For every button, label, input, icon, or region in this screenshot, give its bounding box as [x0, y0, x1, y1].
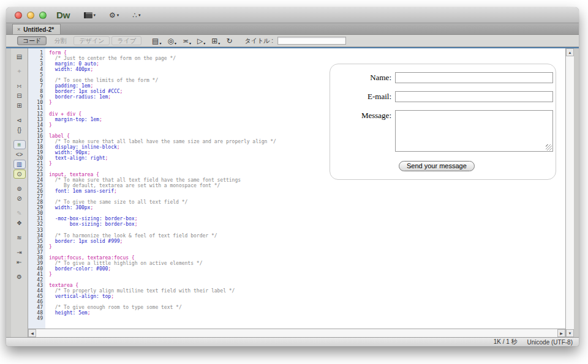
code-line[interactable]: textarea {: [49, 283, 565, 288]
code-line[interactable]: [49, 228, 565, 233]
line-number: 47: [28, 305, 43, 310]
highlight-invalid-code-icon[interactable]: <>: [13, 150, 26, 159]
code-line[interactable]: [49, 277, 565, 283]
visual-aids-icon[interactable]: ⊞▾: [211, 37, 220, 45]
code-line[interactable]: /* Just to center the form on the page *…: [49, 56, 565, 61]
code-line[interactable]: [49, 250, 565, 255]
scroll-right-button[interactable]: ▶: [557, 329, 565, 337]
code-view-button[interactable]: コード: [17, 36, 47, 45]
code-line[interactable]: By default, textarea are set with a mono…: [49, 183, 565, 188]
scroll-up-button[interactable]: ▲: [566, 48, 574, 56]
message-textarea[interactable]: [395, 110, 553, 152]
send-message-button[interactable]: Send your message: [399, 161, 475, 171]
vertical-scrollbar[interactable]: ▲ ▼: [565, 48, 574, 337]
remove-comment-icon[interactable]: ⊘: [13, 194, 26, 203]
close-window-button[interactable]: [15, 12, 22, 19]
close-tab-icon[interactable]: ×: [17, 26, 20, 32]
outdent-code-icon[interactable]: ⇤: [13, 258, 26, 267]
line-number: 7: [28, 83, 43, 89]
balance-braces-icon[interactable]: {}: [13, 125, 26, 135]
split-view-button[interactable]: 分割: [48, 36, 72, 45]
syntax-error-alerts-icon[interactable]: ⊙: [13, 169, 26, 179]
select-parent-tag-icon[interactable]: ⊲: [13, 116, 26, 125]
line-numbers-icon[interactable]: ≡: [13, 140, 26, 149]
workspace-switcher-button[interactable]: ▾: [84, 12, 96, 18]
line-number: 22: [28, 166, 43, 172]
expand-all-icon[interactable]: ⊞: [13, 101, 26, 110]
line-number: 36: [28, 244, 43, 250]
code-line[interactable]: [49, 299, 565, 305]
code-line[interactable]: }: [49, 244, 565, 250]
code-line[interactable]: width: 300px;: [49, 205, 565, 210]
code-line[interactable]: }: [49, 272, 565, 277]
line-number: 13: [28, 117, 43, 122]
line-number: 28: [28, 199, 43, 205]
preview-in-browser-icon[interactable]: ◎▾: [167, 37, 176, 45]
line-number: 3: [28, 61, 43, 67]
collapse-selection-icon[interactable]: ⊟: [13, 91, 26, 100]
sites-icon: ∴: [132, 11, 137, 20]
open-documents-icon[interactable]: ▤: [13, 52, 26, 61]
line-number: 5: [28, 72, 43, 78]
collapse-full-tag-icon[interactable]: ∺: [13, 81, 26, 91]
name-input[interactable]: [395, 72, 553, 83]
code-line[interactable]: input:focus, textarea:focus {: [49, 255, 565, 261]
line-number: 19: [28, 150, 43, 155]
live-view-button[interactable]: ライブ: [111, 36, 141, 45]
refresh-icon[interactable]: ↻: [226, 37, 233, 45]
format-source-code-icon[interactable]: ⚙: [13, 272, 26, 281]
form-row-name: Name:: [340, 72, 546, 83]
code-line[interactable]: height: 5em;: [49, 310, 565, 316]
info-bar-icon[interactable]: ▥: [13, 160, 26, 169]
code-line[interactable]: border-color: #000;: [49, 266, 565, 272]
code-line[interactable]: /* To give the same size to all text fie…: [49, 199, 565, 205]
live-view-options-icon[interactable]: ▷▾: [197, 37, 205, 45]
code-line[interactable]: font: 1em sans-serif;: [49, 188, 565, 194]
chevron-down-icon: ▾: [94, 13, 96, 18]
code-editor[interactable]: 1234567891011121314151617181920212223242…: [28, 48, 565, 329]
design-view-button[interactable]: デザイン: [74, 36, 110, 45]
site-menu-button[interactable]: ∴ ▾: [132, 11, 140, 20]
recent-snippets-icon[interactable]: ❖: [13, 218, 26, 228]
code-line[interactable]: [49, 194, 565, 199]
code-line[interactable]: [49, 210, 565, 216]
editor-column: 1234567891011121314151617181920212223242…: [28, 48, 565, 337]
code-line[interactable]: /* To properly align multiline text fiel…: [49, 288, 565, 294]
wrap-tag-icon: ✎: [13, 209, 26, 218]
status-bar: 1K / 1 秒 Unicode (UTF-8): [6, 337, 579, 346]
scroll-down-button[interactable]: ▼: [566, 329, 574, 337]
line-number: 14: [28, 122, 43, 128]
line-number: 34: [28, 233, 43, 239]
line-number: 40: [28, 266, 43, 272]
line-number: 39: [28, 261, 43, 266]
code-line[interactable]: form {: [49, 50, 565, 56]
code-line[interactable]: border: 1px solid #999;: [49, 239, 565, 244]
code-line[interactable]: box-sizing: border-box;: [49, 221, 565, 227]
line-number: 33: [28, 228, 43, 233]
line-number: 27: [28, 194, 43, 199]
apply-comment-icon[interactable]: ⊚: [13, 184, 26, 193]
minimize-window-button[interactable]: [27, 12, 34, 19]
toolbar-icon-group: ▤▾◎▾≍▾▷▾⊞▾↻: [152, 37, 233, 45]
code-line[interactable]: /* To give enough room to type some text…: [49, 305, 565, 310]
tab-untitled-2[interactable]: × Untitled-2*: [12, 24, 61, 34]
resize-grip-icon[interactable]: [546, 144, 552, 150]
file-management-icon[interactable]: ▤▾: [152, 37, 161, 45]
extensions-menu-button[interactable]: ⚙ ▾: [109, 11, 119, 20]
scroll-left-button[interactable]: ◀: [28, 329, 36, 337]
validate-icon[interactable]: ≍▾: [183, 37, 191, 45]
move-css-icon[interactable]: ≋: [13, 233, 26, 242]
code-line[interactable]: /* To give a little highligh on active e…: [49, 261, 565, 266]
code-line[interactable]: /* To harmonize the look & feel of text …: [49, 233, 565, 239]
title-bar: Dw ▾ ⚙ ▾ ∴ ▾: [6, 7, 579, 23]
code-line[interactable]: -moz-box-sizing: border-box;: [49, 216, 565, 221]
code-line[interactable]: vertical-align: top;: [49, 294, 565, 299]
code-line[interactable]: [49, 316, 565, 321]
document-title-input[interactable]: [277, 37, 346, 45]
horizontal-scrollbar[interactable]: ◀ ▶: [28, 329, 565, 337]
zoom-window-button[interactable]: [39, 12, 47, 19]
dreamweaver-window: Dw ▾ ⚙ ▾ ∴ ▾ × Untitled-2* コード 分割 デザイン ラ…: [6, 7, 579, 346]
indent-code-icon[interactable]: ⇥: [13, 248, 26, 257]
line-number: 29: [28, 205, 43, 210]
email-input[interactable]: [395, 91, 553, 102]
